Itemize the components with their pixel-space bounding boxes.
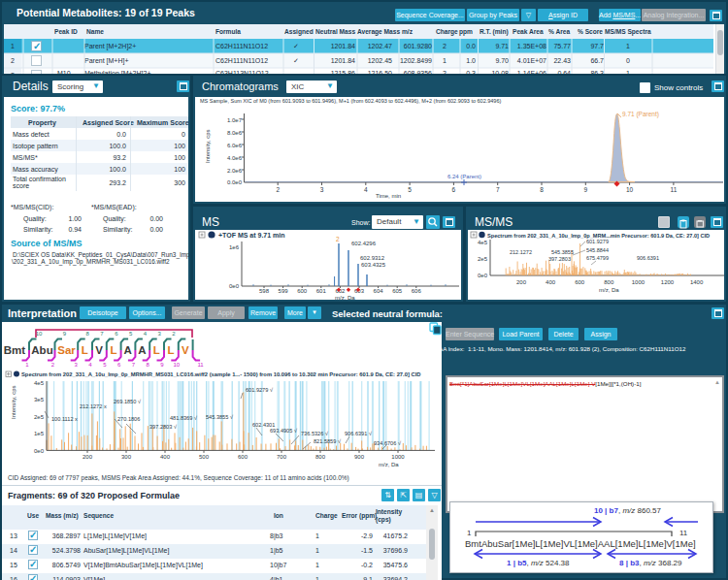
svg-text:545.3855 √: 545.3855 √ <box>206 414 234 420</box>
svg-text:545.8844: 545.8844 <box>586 247 609 253</box>
svg-text:602.9312: 602.9312 <box>360 255 385 261</box>
svg-text:397.2803 √: 397.2803 √ <box>149 424 178 430</box>
svg-text:A: A <box>138 344 146 356</box>
svg-text:2: 2 <box>336 236 340 242</box>
svg-text:212.1272: 212.1272 <box>510 249 532 255</box>
svg-text:601.9279: 601.9279 <box>586 239 609 244</box>
svg-text:200: 200 <box>516 279 527 285</box>
svg-text:400: 400 <box>160 454 171 460</box>
svg-text:L: L <box>153 344 160 356</box>
svg-text:11: 11 <box>197 362 204 368</box>
svg-text:200: 200 <box>83 454 93 460</box>
svg-text:604: 604 <box>374 288 384 294</box>
svg-text:602: 602 <box>335 288 346 294</box>
svg-text:L: L <box>110 344 116 356</box>
svg-text:Time, min: Time, min <box>376 193 401 199</box>
svg-text:603.4325: 603.4325 <box>361 262 386 268</box>
svg-text:1 | b5, m/z 524.38: 1 | b5, m/z 524.38 <box>507 559 570 567</box>
svg-text:800: 800 <box>315 454 326 460</box>
svg-text:906.6391: 906.6391 <box>637 255 659 261</box>
svg-text:1e5: 1e5 <box>34 431 45 436</box>
svg-text:7: 7 <box>132 362 136 368</box>
svg-text:8.0e6: 8.0e6 <box>227 130 243 136</box>
svg-text:5: 5 <box>129 331 133 337</box>
svg-text:601.9279 √: 601.9279 √ <box>246 387 274 393</box>
svg-text:1: 1 <box>467 529 472 537</box>
svg-text:481.8369 √: 481.8369 √ <box>170 415 198 421</box>
svg-text:L: L <box>168 344 175 356</box>
svg-text:3: 3 <box>75 362 79 368</box>
svg-text:300: 300 <box>121 454 132 460</box>
svg-text:1e6: 1e6 <box>229 244 240 250</box>
svg-text:Bmt: Bmt <box>4 344 26 356</box>
svg-text:9: 9 <box>63 331 67 337</box>
svg-text:800: 800 <box>604 279 614 285</box>
svg-text:4e5: 4e5 <box>34 380 45 386</box>
svg-text:7: 7 <box>100 331 104 337</box>
svg-text:5: 5 <box>103 362 107 368</box>
svg-text:2: 2 <box>51 362 55 368</box>
svg-text:599: 599 <box>279 288 289 294</box>
svg-text:212.1272 x: 212.1272 x <box>80 403 107 409</box>
svg-text:545.3855: 545.3855 <box>551 249 574 255</box>
svg-text:4: 4 <box>144 331 148 337</box>
svg-text:+TOF MS at 9.71 min: +TOF MS at 9.71 min <box>218 232 285 239</box>
svg-text:700: 700 <box>277 454 287 460</box>
svg-text:4e5: 4e5 <box>478 240 488 245</box>
svg-text:500: 500 <box>199 454 210 460</box>
svg-text:9.71 (Parent): 9.71 (Parent) <box>622 111 659 118</box>
svg-text:1200: 1200 <box>661 279 675 285</box>
svg-text:3e5: 3e5 <box>34 397 45 403</box>
svg-text:3: 3 <box>158 331 162 337</box>
svg-text:8: 8 <box>86 331 90 337</box>
svg-text:2: 2 <box>276 186 280 193</box>
svg-text:2.0e6: 2.0e6 <box>227 168 243 174</box>
svg-text:10 | b7, m/z 860.57: 10 | b7, m/z 860.57 <box>594 506 662 515</box>
svg-text:10: 10 <box>173 362 180 368</box>
svg-text:m/z, Da: m/z, Da <box>599 287 619 293</box>
svg-text:600: 600 <box>297 288 308 294</box>
svg-text:600: 600 <box>575 279 585 285</box>
svg-text:900: 900 <box>354 454 365 460</box>
svg-text:10: 10 <box>36 331 43 337</box>
svg-text:100.1112 x: 100.1112 x <box>51 416 78 422</box>
svg-text:606: 606 <box>412 288 422 294</box>
svg-text:269.1850 √: 269.1850 √ <box>114 399 142 404</box>
svg-text:693.4905 √: 693.4905 √ <box>270 428 298 434</box>
svg-text:1: 1 <box>25 362 29 368</box>
svg-text:603: 603 <box>354 288 365 294</box>
svg-text:821.5859 √: 821.5859 √ <box>314 438 342 444</box>
svg-text:0e0: 0e0 <box>478 273 488 278</box>
svg-text:8: 8 <box>147 362 150 368</box>
svg-text:736.5326 √: 736.5326 √ <box>301 431 329 436</box>
svg-text:11: 11 <box>671 186 678 193</box>
svg-text:8: 8 <box>540 186 544 193</box>
svg-text:V: V <box>95 344 103 356</box>
svg-text:2e5: 2e5 <box>34 414 45 420</box>
svg-text:7: 7 <box>496 186 500 193</box>
svg-text:270.1806: 270.1806 <box>117 416 140 422</box>
svg-text:11: 11 <box>679 529 688 537</box>
svg-text:9: 9 <box>160 362 164 368</box>
svg-text:6: 6 <box>115 331 118 337</box>
svg-text:A: A <box>124 344 132 356</box>
svg-text:0e0: 0e0 <box>34 448 45 454</box>
svg-text:Abu: Abu <box>31 344 52 356</box>
svg-text:1400: 1400 <box>690 279 704 285</box>
svg-text:5: 5 <box>408 186 412 193</box>
svg-text:10: 10 <box>626 186 634 193</box>
svg-text:V: V <box>182 344 189 356</box>
svg-text:Intensity, cps: Intensity, cps <box>205 129 211 163</box>
svg-text:2: 2 <box>172 331 176 337</box>
svg-text:600: 600 <box>238 454 248 460</box>
svg-text:906.6391 √: 906.6391 √ <box>345 431 373 436</box>
svg-text:1.0e7: 1.0e7 <box>227 117 243 123</box>
svg-text:6: 6 <box>117 362 121 368</box>
svg-text:1000: 1000 <box>632 279 645 285</box>
svg-text:MS Sample, Sum XIC of M0 (from: MS Sample, Sum XIC of M0 (from 601.9093 … <box>200 98 501 104</box>
svg-text:6.24 (Parent): 6.24 (Parent) <box>447 174 481 179</box>
svg-text:9: 9 <box>583 186 587 193</box>
svg-text:4: 4 <box>88 362 92 368</box>
svg-text:4.0e6: 4.0e6 <box>227 155 243 161</box>
svg-text:934.6706 √: 934.6706 √ <box>374 440 402 446</box>
